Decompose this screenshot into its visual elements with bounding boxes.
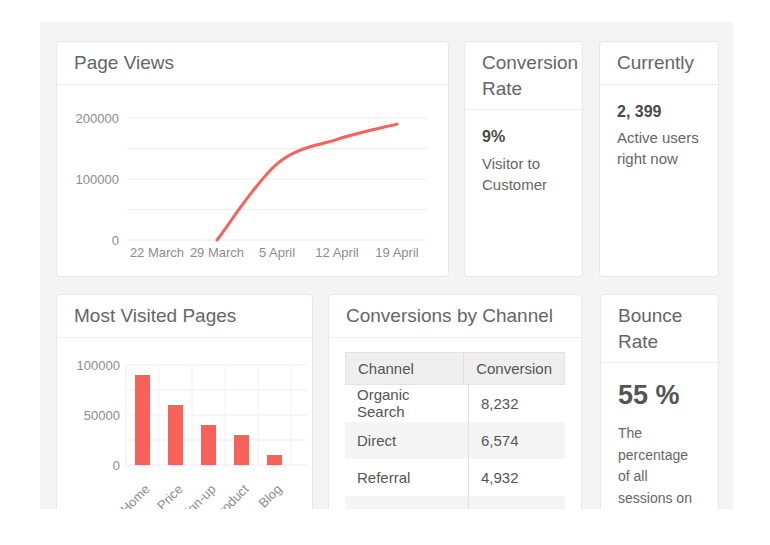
table-row: Referral4,932 xyxy=(345,459,565,496)
y-axis-tick-label: 200000 xyxy=(76,110,119,125)
conversion-rate-panel: Conversion Rate 9% Visitor to Customer xyxy=(464,41,583,277)
bar-product xyxy=(234,435,249,465)
bounce-rate-value: 55 % xyxy=(618,377,701,415)
conversion-cell xyxy=(469,496,565,509)
analytics-dashboard: Page Views 010000020000022 March29 March… xyxy=(40,22,733,509)
bar-sign-up xyxy=(201,425,216,465)
most-visited-bar-chart: 050000100000HomePriceSign-upProductBlog xyxy=(57,338,312,509)
page-views-panel: Page Views 010000020000022 March29 March… xyxy=(56,41,449,277)
page-views-title: Page Views xyxy=(57,42,448,85)
x-axis-tick-label: 5 April xyxy=(259,245,295,260)
conversion-rate-value: 9% xyxy=(482,126,565,148)
table-row-partial xyxy=(345,496,565,509)
conversions-by-channel-panel: Conversions by Channel ChannelConversion… xyxy=(328,294,582,509)
x-axis-tick-label: 19 April xyxy=(375,245,418,260)
bar-blog xyxy=(267,455,282,465)
table-row: Direct6,574 xyxy=(345,422,565,459)
channel-cell: Direct xyxy=(345,422,469,459)
x-axis-tick-label: Price xyxy=(154,481,186,509)
x-axis-tick-label: 12 April xyxy=(315,245,358,260)
currently-panel: Currently 2, 399 Active users right now xyxy=(599,41,719,277)
conversion-cell: 4,932 xyxy=(469,459,565,496)
bar-home xyxy=(135,375,150,465)
x-axis-tick-label: 29 March xyxy=(190,245,244,260)
bounce-rate-panel: Bounce Rate 55 % The percentage of all s… xyxy=(600,294,719,509)
bar-price xyxy=(168,405,183,465)
page-views-line-chart: 010000020000022 March29 March5 April12 A… xyxy=(57,85,448,277)
y-axis-tick-label: 100000 xyxy=(76,171,119,186)
conversion-cell: 8,232 xyxy=(469,385,565,422)
line-chart-grid xyxy=(127,118,427,240)
y-axis-tick-label: 0 xyxy=(112,232,119,247)
conversions-table: ChannelConversionOrganic Search8,232Dire… xyxy=(345,352,565,509)
y-axis-tick-label: 0 xyxy=(113,457,120,472)
channel-cell: Organic Search xyxy=(345,385,469,422)
bounce-rate-description: The percentage of all sessions on your s… xyxy=(618,423,701,509)
channel-cell: Referral xyxy=(345,459,469,496)
active-users-description: Active users right now xyxy=(617,127,701,169)
table-header-cell: Conversion xyxy=(464,353,564,384)
conversion-cell: 6,574 xyxy=(469,422,565,459)
x-axis-tick-label: Sign-up xyxy=(176,481,218,509)
bar-chart-grid xyxy=(126,365,307,465)
most-visited-pages-panel: Most Visited Pages 050000100000HomePrice… xyxy=(56,294,313,509)
x-axis-tick-label: Blog xyxy=(256,481,285,509)
table-header-cell: Channel xyxy=(346,353,464,384)
channel-cell xyxy=(345,496,469,509)
conversion-rate-description: Visitor to Customer xyxy=(482,153,565,195)
conversion-rate-title: Conversion Rate xyxy=(465,42,582,110)
y-axis-tick-label: 100000 xyxy=(77,357,120,372)
table-header-row: ChannelConversion xyxy=(345,352,565,385)
conversions-by-channel-title: Conversions by Channel xyxy=(329,295,581,338)
page-views-series-line xyxy=(217,124,397,240)
table-row: Organic Search8,232 xyxy=(345,385,565,422)
most-visited-pages-title: Most Visited Pages xyxy=(57,295,312,338)
bounce-rate-title: Bounce Rate xyxy=(601,295,718,363)
y-axis-tick-label: 50000 xyxy=(84,407,120,422)
x-axis-tick-label: 22 March xyxy=(130,245,184,260)
currently-title: Currently xyxy=(600,42,718,85)
x-axis-tick-label: Product xyxy=(209,481,252,509)
active-users-value: 2, 399 xyxy=(617,101,701,123)
x-axis-tick-label: Home xyxy=(117,481,152,509)
